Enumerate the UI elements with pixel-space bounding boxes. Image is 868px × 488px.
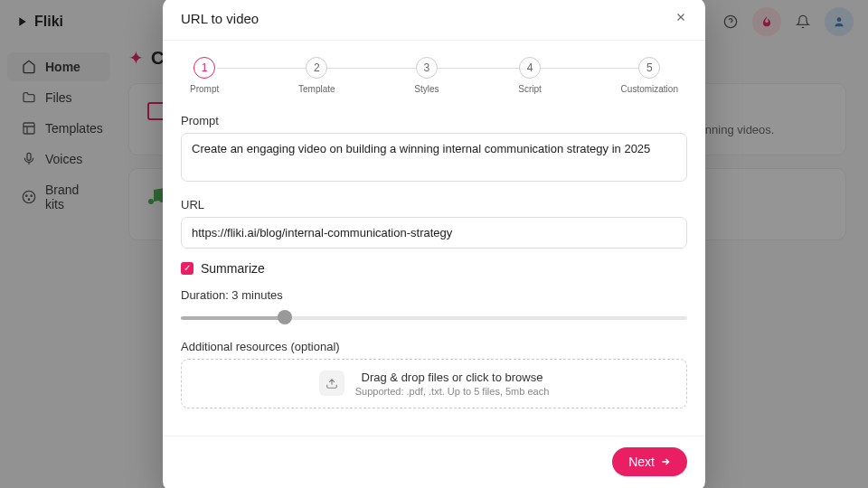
modal-title: URL to video (181, 11, 259, 26)
step-4[interactable]: 4 Script (518, 57, 542, 94)
summarize-checkbox-row[interactable]: ✓ Summarize (181, 261, 687, 276)
step-circle: 2 (306, 57, 327, 79)
close-button[interactable] (675, 11, 687, 27)
dropzone-line1: Drag & drop files or click to browse (355, 371, 550, 384)
step-label: Customization (621, 84, 678, 94)
resources-label: Additional resources (optional) (181, 340, 687, 353)
step-label: Styles (414, 84, 439, 94)
prompt-input[interactable] (181, 133, 687, 182)
step-label: Prompt (190, 84, 219, 94)
step-circle: 4 (519, 57, 541, 79)
stepper: 1 Prompt 2 Template 3 Styles 4 Script 5 … (163, 41, 705, 107)
step-circle: 1 (193, 57, 215, 79)
upload-icon (326, 377, 338, 389)
step-1[interactable]: 1 Prompt (190, 57, 219, 94)
slider-thumb (278, 310, 292, 324)
next-button[interactable]: Next (612, 447, 687, 476)
modal: URL to video 1 Prompt 2 Template 3 Style… (163, 0, 705, 488)
step-circle: 3 (416, 57, 438, 79)
url-label: URL (181, 198, 687, 211)
next-label: Next (628, 455, 655, 469)
step-5[interactable]: 5 Customization (621, 57, 678, 94)
step-circle: 5 (638, 57, 660, 79)
duration-label: Duration: 3 minutes (181, 288, 687, 302)
step-2[interactable]: 2 Template (298, 57, 335, 94)
checkbox-icon: ✓ (181, 262, 193, 275)
url-input[interactable] (181, 217, 687, 249)
slider-fill (181, 316, 285, 320)
close-icon (675, 11, 687, 23)
upload-icon-box (319, 371, 344, 396)
step-label: Script (518, 84, 542, 94)
prompt-label: Prompt (181, 114, 687, 127)
step-3[interactable]: 3 Styles (414, 57, 439, 94)
step-label: Template (298, 84, 335, 94)
arrow-right-icon (660, 456, 671, 467)
summarize-label: Summarize (201, 261, 265, 276)
dropzone[interactable]: Drag & drop files or click to browse Sup… (181, 359, 687, 408)
dropzone-line2: Supported: .pdf, .txt. Up to 5 files, 5m… (355, 386, 550, 397)
duration-slider[interactable] (181, 311, 687, 325)
modal-overlay: URL to video 1 Prompt 2 Template 3 Style… (0, 0, 868, 488)
